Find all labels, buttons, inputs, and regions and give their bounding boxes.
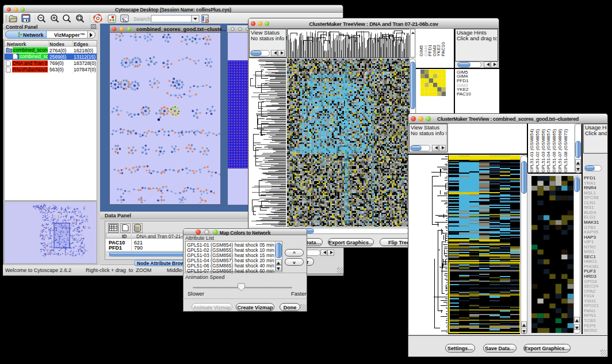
svg-text:Search:: Search: — [133, 16, 152, 22]
